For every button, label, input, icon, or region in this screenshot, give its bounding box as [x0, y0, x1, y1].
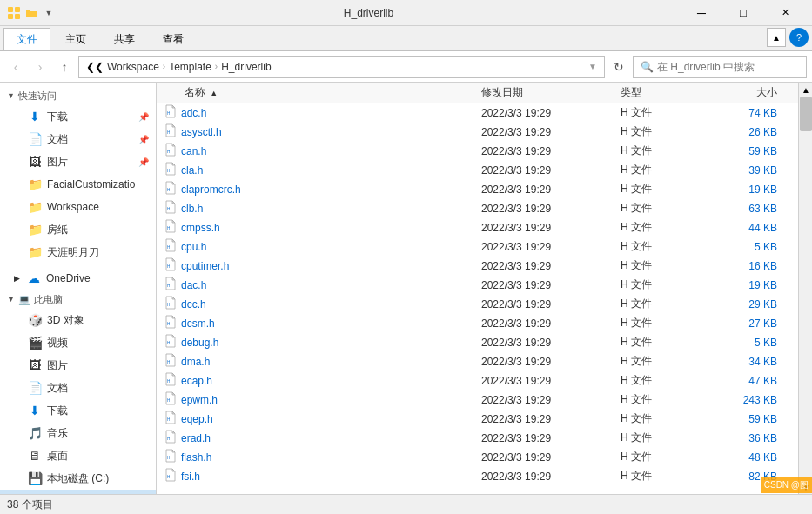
table-row[interactable]: H cpu.h 2022/3/3 19:29 H 文件 5 KB: [157, 237, 798, 257]
table-row[interactable]: H dcc.h 2022/3/3 19:29 H 文件 29 KB: [157, 295, 798, 314]
file-icon: H: [160, 238, 181, 255]
tab-share[interactable]: 共享: [101, 28, 148, 50]
table-row[interactable]: H epwm.h 2022/3/3 19:29 H 文件 243 KB: [157, 391, 798, 410]
sidebar-item-onedrive-label: OneDrive: [46, 272, 91, 284]
table-row[interactable]: H dcsm.h 2022/3/3 19:29 H 文件 27 KB: [157, 314, 798, 333]
tab-home[interactable]: 主页: [52, 28, 99, 50]
breadcrumb-hdriverlib[interactable]: H_driverlib: [221, 61, 271, 73]
title-bar: ▼ H_driverlib ─ □ ✕: [0, 0, 812, 26]
table-row[interactable]: H cputimer.h 2022/3/3 19:29 H 文件 16 KB: [157, 257, 798, 276]
forward-button[interactable]: ›: [30, 57, 50, 77]
file-icon: H: [160, 257, 181, 274]
table-row[interactable]: H ecap.h 2022/3/3 19:29 H 文件 47 KB: [157, 371, 798, 391]
table-row[interactable]: H adc.h 2022/3/3 19:29 H 文件 74 KB: [157, 103, 798, 123]
minimize-button[interactable]: ─: [681, 0, 721, 26]
file-type: H 文件: [621, 220, 725, 235]
col-header-name[interactable]: 名称 ▲: [160, 85, 481, 100]
ribbon: 文件 主页 共享 查看 ▲ ?: [0, 26, 812, 51]
table-row[interactable]: H dac.h 2022/3/3 19:29 H 文件 19 KB: [157, 276, 798, 295]
title-controls[interactable]: ─ □ ✕: [681, 0, 805, 26]
file-type: H 文件: [621, 105, 725, 120]
tab-file[interactable]: 文件: [3, 28, 50, 50]
col-header-type[interactable]: 类型: [621, 85, 725, 100]
breadcrumb-template[interactable]: Template: [169, 61, 211, 73]
table-row[interactable]: H clapromcrc.h 2022/3/3 19:29 H 文件 19 KB: [157, 180, 798, 199]
diskc-icon: 💾: [28, 471, 42, 485]
sidebar-item-download[interactable]: ⬇ 下载 📌: [0, 105, 156, 128]
status-bar: 38 个项目: [0, 494, 812, 514]
sidebar-item-tianjian[interactable]: 📁 天涯明月刀: [0, 241, 156, 264]
file-icon: H: [160, 449, 181, 465]
sidebar-item-workspace-label: Workspace: [47, 201, 99, 213]
col-header-date[interactable]: 修改日期: [481, 85, 621, 100]
svg-rect-3: [15, 14, 20, 19]
sidebar-item-facial[interactable]: 📁 FacialCustomizatio: [0, 173, 156, 196]
sidebar-item-tianjian-label: 天涯明月刀: [47, 245, 99, 260]
file-area: 名称 ▲ 修改日期 类型 大小 H adc.h 2022/3/3 19:29 H…: [157, 83, 798, 494]
sidebar-item-workspace[interactable]: 📁 Workspace: [0, 196, 156, 218]
file-name: cpu.h: [181, 241, 481, 253]
tab-view[interactable]: 查看: [150, 28, 197, 50]
table-row[interactable]: H debug.h 2022/3/3 19:29 H 文件 5 KB: [157, 333, 798, 352]
file-icon: H: [160, 162, 181, 178]
file-name: cmpss.h: [181, 222, 481, 234]
title-bar-icons: ▼: [7, 6, 56, 20]
quick-access-header[interactable]: ▼ 快速访问: [0, 86, 156, 105]
table-row[interactable]: H flash.h 2022/3/3 19:29 H 文件 48 KB: [157, 448, 798, 467]
file-name: eqep.h: [181, 413, 481, 425]
svg-text:H: H: [167, 322, 170, 326]
scroll-up-button[interactable]: ▲: [799, 83, 812, 97]
file-date: 2022/3/3 19:29: [481, 203, 621, 215]
sidebar-item-pics-pc[interactable]: 🖼 图片: [0, 354, 156, 377]
help-button[interactable]: ?: [789, 28, 809, 47]
scroll-thumb[interactable]: [800, 97, 812, 131]
sidebar-item-dl-pc[interactable]: ⬇ 下载: [0, 399, 156, 422]
sidebar-item-diskd[interactable]: 本地磁盘 (D:): [0, 490, 156, 494]
sidebar-item-wallpaper[interactable]: 📁 房纸: [0, 218, 156, 241]
sidebar-item-video[interactable]: 🎬 视频: [0, 331, 156, 354]
search-box[interactable]: 🔍: [633, 56, 807, 78]
close-button[interactable]: ✕: [765, 0, 805, 26]
file-date: 2022/3/3 19:29: [481, 471, 621, 483]
ribbon-collapse-button[interactable]: ▲: [767, 28, 786, 47]
up-button[interactable]: ↑: [54, 57, 75, 77]
sidebar-item-docs[interactable]: 📄 文档 📌: [0, 128, 156, 150]
col-header-size[interactable]: 大小: [725, 85, 795, 100]
address-dropdown-icon[interactable]: ▼: [588, 62, 597, 71]
sidebar-item-3d[interactable]: 🎲 3D 对象: [0, 309, 156, 331]
refresh-button[interactable]: ↻: [608, 57, 629, 77]
file-type: H 文件: [621, 163, 725, 177]
maximize-button[interactable]: □: [723, 0, 763, 26]
thispc-header[interactable]: ▼ 💻 此电脑: [0, 290, 156, 309]
table-row[interactable]: H can.h 2022/3/3 19:29 H 文件 59 KB: [157, 142, 798, 161]
scroll-track[interactable]: [799, 97, 812, 480]
breadcrumb-sep2: ›: [215, 62, 218, 71]
address-bar[interactable]: ❮❮ Workspace › Template › H_driverlib ▼: [78, 56, 605, 78]
table-row[interactable]: H clb.h 2022/3/3 19:29 H 文件 63 KB: [157, 199, 798, 218]
svg-text:H: H: [167, 475, 170, 479]
table-row[interactable]: H cmpss.h 2022/3/3 19:29 H 文件 44 KB: [157, 218, 798, 237]
sidebar-item-docs-pc[interactable]: 📄 文档: [0, 377, 156, 399]
table-row[interactable]: H eqep.h 2022/3/3 19:29 H 文件 59 KB: [157, 410, 798, 429]
sidebar-item-diskc[interactable]: 💾 本地磁盘 (C:): [0, 467, 156, 490]
table-row[interactable]: H cla.h 2022/3/3 19:29 H 文件 39 KB: [157, 161, 798, 180]
table-row[interactable]: H fsi.h 2022/3/3 19:29 H 文件 82 KB: [157, 467, 798, 486]
table-row[interactable]: H asysctl.h 2022/3/3 19:29 H 文件 26 KB: [157, 123, 798, 142]
down-arrow-icon[interactable]: ▼: [42, 6, 56, 20]
sidebar-item-music[interactable]: 🎵 音乐: [0, 422, 156, 444]
file-size: 59 KB: [725, 145, 795, 157]
table-row[interactable]: H erad.h 2022/3/3 19:29 H 文件 36 KB: [157, 429, 798, 448]
search-input[interactable]: [657, 61, 799, 73]
file-date: 2022/3/3 19:29: [481, 356, 621, 368]
file-size: 39 KB: [725, 164, 795, 177]
sidebar-item-onedrive[interactable]: ▶ ☁ OneDrive: [0, 267, 156, 290]
sidebar-item-desktop[interactable]: 🖥 桌面: [0, 444, 156, 467]
back-button[interactable]: ‹: [5, 57, 26, 77]
file-date: 2022/3/3 19:29: [481, 317, 621, 330]
scrollbar[interactable]: ▲ ▼: [798, 83, 812, 494]
table-row[interactable]: H dma.h 2022/3/3 19:29 H 文件 34 KB: [157, 352, 798, 371]
sidebar-item-docs-pc-label: 文档: [47, 381, 68, 396]
thispc-chevron: ▼: [7, 295, 15, 304]
sidebar-item-pics[interactable]: 🖼 图片 📌: [0, 150, 156, 173]
breadcrumb-workspace[interactable]: Workspace: [107, 61, 159, 73]
